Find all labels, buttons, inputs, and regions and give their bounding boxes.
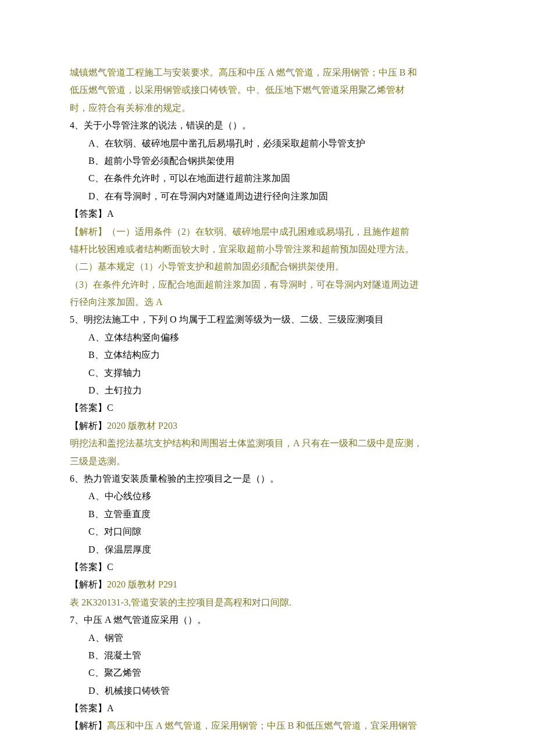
text-line: 5、明挖法施工中，下列 O 均属于工程监测等级为一级、二级、三级应测项目 [70, 311, 465, 328]
text-line: D、保温层厚度 [70, 541, 465, 558]
text-line: 【解析】高压和中压 A 燃气管道，应采用钢管；中压 B 和低压燃气管道，宜采用钢… [70, 717, 465, 734]
text-line: A、在软弱、破碎地层中凿孔后易塌孔时，必须采取超前小导管支护 [70, 135, 465, 152]
text-line: 三级是选测。 [70, 453, 465, 470]
text-line: 【答案】C [70, 399, 465, 417]
text-line: （3）在条件允许时，应配合地面超前注浆加固，有导洞时，可在导洞内对隧道周边进 [70, 276, 465, 293]
text-fragment: 【解析】 [70, 721, 107, 730]
text-line: 【答案】A [70, 205, 465, 223]
text-line: A、钢管 [70, 629, 465, 647]
text-line: D、在有导洞时，可在导洞内对隧道周边进行径向注浆加固 [70, 188, 465, 205]
text-line: 行径向注浆加固。选 A [70, 293, 465, 311]
text-fragment: 【解析】 [70, 579, 107, 589]
page-body: 城镇燃气管道工程施工与安装要求。高压和中压 A 燃气管道，应采用钢管；中压 B … [0, 0, 535, 756]
text-fragment: 【解析】 [70, 421, 107, 431]
text-line: 6、热力管道安装质量检验的主控项目之一是（）。 [70, 470, 465, 488]
text-fragment: 2020 版教材 P291 [107, 579, 177, 589]
text-line: C、聚乙烯管 [70, 664, 465, 682]
text-line: B、超前小导管必须配合钢拱架使用 [70, 152, 465, 170]
text-line: 城镇燃气管道工程施工与安装要求。高压和中压 A 燃气管道，应采用钢管；中压 B … [70, 64, 465, 81]
text-line: 【答案】C [70, 558, 465, 576]
text-line: D、机械接口铸铁管 [70, 682, 465, 700]
text-line: 【解析】2020 版教材 P203 [70, 417, 465, 435]
text-line: C、在条件允许时，可以在地面进行超前注浆加固 [70, 170, 465, 187]
text-line: A、中心线位移 [70, 488, 465, 505]
text-line: B、混凝土管 [70, 647, 465, 664]
text-line: 时，应符合有关标准的规定。 [70, 99, 465, 117]
text-line: （二）基本规定（1）小导管支护和超前加固必须配合钢拱架使用。 [70, 258, 465, 275]
text-line: 7、中压 A 燃气管道应采用（）。 [70, 611, 465, 629]
text-line: D、土钉拉力 [70, 382, 465, 399]
text-line: 表 2K320131-3,管道安装的主控项目是高程和对口间隙. [70, 594, 465, 611]
text-fragment: 高压和中压 A 燃气管道，应采用钢管；中压 B 和低压燃气管道，宜采用钢管 [107, 721, 417, 730]
text-fragment: 2020 版教材 P203 [107, 421, 177, 431]
text-line: A、立体结构竖向偏移 [70, 329, 465, 346]
text-line: 【解析】（一）适用条件（2）在软弱、破碎地层中成孔困难或易塌孔，且施作超前 [70, 223, 465, 241]
text-line: C、支撑轴力 [70, 364, 465, 382]
text-line: 锚杆比较困难或者结构断面较大时，宜采取超前小导管注浆和超前预加固处理方法。 [70, 241, 465, 258]
text-line: C、对口间隙 [70, 523, 465, 540]
text-line: 4、关于小导管注浆的说法，错误的是（）。 [70, 117, 465, 134]
text-line: 【解析】2020 版教材 P291 [70, 576, 465, 593]
text-line: 低压燃气管道，以采用钢管或接口铸铁管。中、低压地下燃气管道采用聚乙烯管材 [70, 81, 465, 99]
text-line: B、立管垂直度 [70, 506, 465, 523]
text-line: 明挖法和盖挖法基坑支护结构和周围岩土体监测项目，A 只有在一级和二级中是应测， [70, 435, 465, 452]
text-line: B、立体结构应力 [70, 346, 465, 364]
text-line: 【答案】A [70, 700, 465, 717]
